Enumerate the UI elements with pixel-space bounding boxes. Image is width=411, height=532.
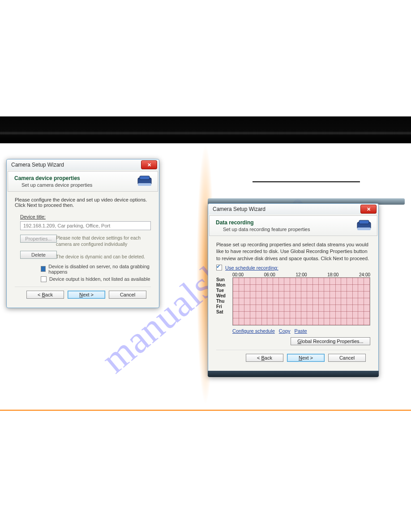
svg-rect-4 [359, 220, 369, 224]
page-banner [0, 116, 411, 143]
checkbox-device-hidden[interactable] [41, 276, 47, 282]
camera-icon [355, 219, 373, 232]
close-icon: ✕ [147, 162, 151, 168]
dialog-header: Camera device properties Set up camera d… [8, 171, 158, 192]
svg-rect-5 [357, 227, 371, 230]
schedule-day-labels: Sun Mon Tue Wed Thu Fri Sat [216, 277, 232, 326]
header-subtitle: Set up data recording feature properties [223, 227, 350, 232]
back-button[interactable]: < Back [26, 291, 64, 299]
checkbox-device-hidden-label: Device output is hidden, not listed as a… [49, 276, 150, 282]
header-title: Camera device properties [14, 175, 131, 181]
next-button[interactable]: Next > [68, 291, 105, 299]
dialog-title: Camera Setup Wizard [11, 162, 64, 168]
configure-schedule-link[interactable]: Configure schedule [232, 328, 275, 334]
cancel-button[interactable]: Cancel [328, 354, 366, 362]
delete-button[interactable]: Delete [20, 251, 57, 259]
dialog-header: Data recording Set up data recording fea… [209, 215, 377, 236]
copy-schedule-link[interactable]: Copy [279, 328, 291, 334]
close-button[interactable]: ✕ [360, 205, 377, 214]
checkbox-device-disabled-label: Device is disabled on server, no data gr… [48, 264, 151, 275]
close-icon: ✕ [367, 206, 371, 212]
camera-icon [136, 174, 154, 188]
next-button[interactable]: Next > [287, 354, 325, 362]
use-schedule-label[interactable]: Use schedule recording: [225, 265, 278, 270]
camera-setup-wizard-dialog: Camera Setup Wizard ✕ Camera device prop… [6, 159, 159, 308]
schedule-time-axis: 00:00 06:00 12:00 18:00 24:00 [232, 272, 370, 277]
footer-divider [0, 410, 411, 411]
global-recording-properties-button[interactable]: Global Recording Properties... [291, 337, 370, 345]
svg-rect-2 [138, 183, 151, 186]
intro-text: Please configure the device and set up v… [15, 197, 151, 208]
intro-text: Please set up recording properties and s… [216, 241, 370, 262]
window-chrome-bottom [208, 371, 379, 377]
header-subtitle: Set up camera device properties [21, 182, 131, 188]
note-individually: Please note that device settings for eac… [56, 235, 151, 247]
checkbox-use-schedule[interactable] [216, 265, 222, 270]
paste-schedule-link[interactable]: Paste [295, 328, 307, 334]
data-recording-dialog: Camera Setup Wizard ✕ Data recording Set… [208, 203, 379, 377]
svg-rect-1 [140, 176, 150, 180]
header-title: Data recording [216, 219, 350, 226]
device-title-input[interactable] [20, 221, 151, 230]
dialog-title: Camera Setup Wizard [213, 206, 265, 212]
properties-button[interactable]: Properties... [20, 235, 57, 243]
device-title-label: Device title: [20, 214, 151, 219]
checkbox-device-disabled[interactable] [41, 266, 46, 272]
close-button[interactable]: ✕ [141, 160, 157, 169]
back-button[interactable]: < Back [246, 354, 283, 362]
section-underline [253, 181, 360, 182]
schedule-grid[interactable] [232, 277, 370, 326]
note-dynamic: The device is dynamic and can be deleted… [56, 253, 151, 260]
cancel-button[interactable]: Cancel [109, 291, 146, 299]
